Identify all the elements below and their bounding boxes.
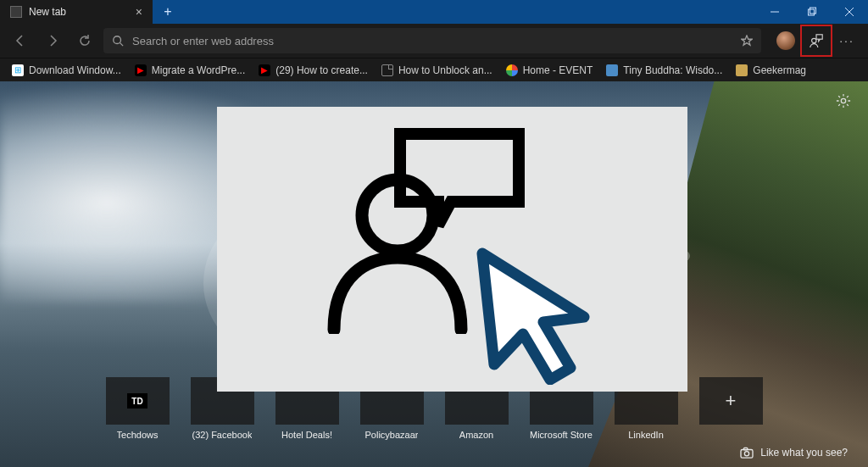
toolbar: Search or enter web address ···	[0, 24, 868, 58]
svg-line-6	[120, 43, 124, 47]
maximize-button[interactable]	[793, 0, 831, 24]
minimize-button[interactable]	[756, 0, 793, 24]
tab-title: New tab	[29, 6, 66, 18]
like-text: Like what you see?	[760, 447, 848, 459]
profile-avatar-button[interactable]	[771, 26, 800, 55]
bookmark-label: How to Unblock an...	[398, 64, 492, 76]
forward-button[interactable]	[39, 27, 66, 54]
address-placeholder: Search or enter web address	[132, 35, 274, 47]
youtube-icon: ▶	[259, 64, 270, 76]
youtube-icon: ▶	[135, 64, 147, 76]
svg-point-11	[362, 180, 433, 251]
svg-point-8	[812, 38, 816, 42]
bookmark-label: Tiny Buddha: Wisdo...	[623, 64, 722, 76]
browser-window: New tab × + Search or enter web address	[0, 0, 868, 467]
search-icon	[112, 35, 124, 47]
back-button[interactable]	[7, 27, 34, 54]
tile-label: Hotel Deals!	[281, 430, 332, 440]
tile-label: LinkedIn	[628, 430, 664, 440]
like-what-you-see[interactable]: Like what you see?	[740, 447, 848, 459]
svg-rect-12	[741, 450, 753, 459]
site-icon	[606, 64, 618, 76]
more-menu-button[interactable]: ···	[832, 26, 861, 55]
person-feedback-icon	[809, 33, 824, 48]
tab-close-icon[interactable]: ×	[136, 5, 142, 19]
bookmark-migrate-wordpress[interactable]: ▶Migrate a WordPre...	[135, 64, 245, 76]
favorite-star-icon[interactable]	[741, 35, 753, 47]
bookmark-label: Download Window...	[29, 64, 121, 76]
bookmark-geekermag-folder[interactable]: Geekermag	[736, 64, 806, 76]
refresh-button[interactable]	[71, 27, 98, 54]
bookmark-label: Home - EVENT	[523, 64, 593, 76]
person-icon	[317, 139, 487, 334]
techdows-icon: TD	[127, 393, 147, 409]
cursor-arrow-icon	[465, 241, 609, 385]
toolbar-right-icons: ···	[771, 26, 861, 55]
bookmark-home-event[interactable]: Home - EVENT	[506, 64, 593, 76]
ellipsis-icon: ···	[839, 34, 854, 47]
svg-point-10	[841, 98, 845, 103]
bookmark-label: (29) How to create...	[275, 64, 368, 76]
svg-rect-2	[810, 8, 816, 14]
svg-point-5	[114, 36, 121, 44]
ms-icon: ⊞	[12, 64, 24, 76]
titlebar-spacer	[183, 0, 756, 24]
gear-icon	[836, 93, 851, 108]
bookmarks-bar: ⊞Download Window... ▶Migrate a WordPre..…	[0, 58, 868, 81]
svg-rect-14	[744, 448, 748, 450]
svg-rect-9	[816, 35, 822, 39]
new-tab-button[interactable]: +	[153, 0, 183, 24]
titlebar: New tab × +	[0, 0, 868, 24]
bookmark-label: Migrate a WordPre...	[152, 64, 245, 76]
bookmark-download-windows[interactable]: ⊞Download Window...	[12, 64, 121, 76]
new-tab-page: TDTechdows (32) Facebook Hotel Deals! Po…	[0, 81, 868, 467]
tile-label: Microsoft Store	[530, 430, 593, 440]
bookmark-how-to-create[interactable]: ▶(29) How to create...	[259, 64, 368, 76]
close-window-button[interactable]	[831, 0, 868, 24]
bookmark-how-to-unblock[interactable]: How to Unblock an...	[381, 64, 492, 76]
camera-icon	[740, 447, 754, 459]
svg-point-13	[745, 452, 749, 456]
page-icon	[381, 64, 393, 76]
svg-rect-1	[809, 9, 815, 15]
bookmark-label: Geekermag	[753, 64, 806, 76]
bookmark-tiny-buddha[interactable]: Tiny Buddha: Wisdo...	[606, 64, 722, 76]
feedback-promo-panel	[217, 107, 687, 392]
google-icon	[506, 64, 518, 76]
tile-techdows[interactable]: TDTechdows	[98, 377, 176, 440]
tile-label: Amazon	[459, 430, 493, 440]
tab-favicon	[10, 6, 22, 18]
tile-label: Techdows	[117, 430, 159, 440]
avatar-icon	[776, 31, 795, 50]
feedback-button[interactable]	[802, 26, 831, 55]
tab-new-tab[interactable]: New tab ×	[0, 0, 153, 24]
plus-icon: +	[699, 377, 763, 425]
window-controls	[756, 0, 868, 24]
tile-label: (32) Facebook	[192, 430, 253, 440]
address-bar[interactable]: Search or enter web address	[103, 28, 761, 53]
page-settings-button[interactable]	[836, 93, 851, 112]
feedback-illustration	[317, 131, 588, 368]
svg-marker-7	[742, 36, 752, 45]
tile-label: Policybazaar	[365, 430, 419, 440]
folder-icon	[736, 64, 748, 76]
tile-label	[729, 430, 732, 440]
tile-add-site[interactable]: +	[692, 377, 770, 440]
